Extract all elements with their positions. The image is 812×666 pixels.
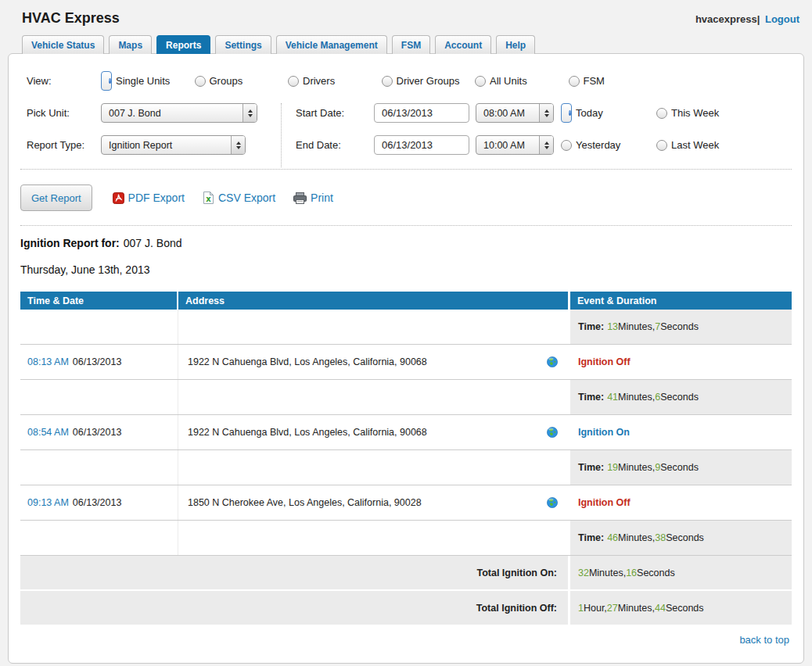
- logout-link[interactable]: Logout: [765, 13, 799, 25]
- event-status: Ignition Off: [578, 497, 631, 508]
- tab-account[interactable]: Account: [435, 35, 491, 54]
- time-date-cell: 08:54 AM06/13/2013: [20, 415, 178, 449]
- get-report-button[interactable]: Get Report: [20, 184, 92, 211]
- select-arrows-icon: [539, 136, 553, 154]
- duration-number: 13: [607, 321, 618, 332]
- radio-range-this-week[interactable]: This Week: [656, 103, 752, 123]
- filter-right-column: Start Date: 08:00 AM TodayThis Week End …: [281, 103, 792, 167]
- radio-view-driver-groups[interactable]: Driver Groups: [382, 71, 476, 91]
- tab-vehicle-management[interactable]: Vehicle Management: [276, 35, 387, 54]
- event-row: 09:13 AM06/13/20131850 N Cherokee Ave, L…: [20, 485, 792, 521]
- print-link[interactable]: Print: [293, 192, 333, 204]
- report-date-heading: Thursday, June 13th, 2013: [20, 263, 792, 276]
- tab-help[interactable]: Help: [496, 35, 535, 54]
- end-time-select[interactable]: 10:00 AM: [476, 135, 554, 155]
- event-cell: Ignition On: [570, 415, 792, 449]
- pdf-export-link[interactable]: PDF Export: [113, 192, 185, 204]
- globe-icon: [546, 426, 559, 439]
- csv-export-label: CSV Export: [218, 192, 275, 204]
- empty-cell: [20, 450, 178, 485]
- radio-icon: [561, 103, 572, 123]
- csv-export-link[interactable]: x CSV Export: [203, 192, 275, 204]
- select-arrows-icon: [231, 136, 245, 154]
- print-label: Print: [311, 192, 333, 204]
- unit-select[interactable]: 007 J. Bond: [101, 103, 257, 123]
- radio-range-last-week-label: Last Week: [671, 139, 719, 151]
- radio-range-today[interactable]: Today: [561, 103, 656, 123]
- radio-view-fsm[interactable]: FSM: [569, 71, 663, 91]
- duration-number: 27: [607, 603, 618, 614]
- top-bar: HVAC Express hvacexpress| Logout: [0, 0, 812, 35]
- map-globe-button[interactable]: [546, 496, 559, 509]
- end-date-input[interactable]: [374, 135, 469, 155]
- app-title: HVAC Express: [22, 10, 120, 27]
- address-text: 1922 N Cahuenga Blvd, Los Angeles, Calif…: [188, 427, 427, 438]
- user-box: hvacexpress| Logout: [695, 13, 799, 25]
- radio-view-single-units[interactable]: Single Units: [101, 71, 195, 91]
- map-globe-button[interactable]: [546, 426, 559, 439]
- back-to-top-row: back to top: [20, 626, 792, 655]
- back-to-top-link[interactable]: back to top: [739, 634, 789, 646]
- radio-icon: [656, 108, 667, 119]
- duration-number: 7: [655, 321, 660, 332]
- duration-row: Time:19 Minutes, 9 Seconds: [20, 450, 792, 485]
- radio-range-yesterday[interactable]: Yesterday: [561, 139, 656, 151]
- event-time-link[interactable]: 09:13 AM: [27, 497, 69, 508]
- duration-label: Time:: [578, 532, 604, 543]
- table-header-row: Time & DateAddressEvent & Duration: [20, 292, 792, 310]
- start-time-select[interactable]: 08:00 AM: [476, 103, 554, 123]
- radio-view-groups[interactable]: Groups: [195, 71, 289, 91]
- map-globe-button[interactable]: [546, 356, 559, 368]
- total-row: Total Ignition On:32 Minutes, 16 Seconds: [20, 556, 792, 591]
- radio-view-groups-label: Groups: [210, 75, 243, 87]
- total-value: 32 Minutes, 16 Seconds: [570, 556, 792, 589]
- radio-icon: [288, 76, 299, 87]
- event-time-link[interactable]: 08:54 AM: [27, 427, 69, 438]
- column-header-time-date: Time & Date: [20, 292, 178, 310]
- empty-cell: [178, 310, 570, 344]
- duration-number: 9: [655, 462, 660, 473]
- radio-icon: [101, 71, 112, 91]
- pdf-icon: [113, 192, 124, 204]
- tab-bar: Vehicle StatusMapsReportsSettingsVehicle…: [8, 35, 804, 54]
- duration-cell: Time:19 Minutes, 9 Seconds: [570, 450, 792, 485]
- column-header-event-duration: Event & Duration: [570, 292, 792, 310]
- event-date: 06/13/2013: [73, 427, 122, 438]
- event-time-link[interactable]: 08:13 AM: [27, 356, 69, 367]
- view-options-group: Single UnitsGroupsDriversDriver GroupsAl…: [101, 71, 662, 91]
- globe-icon: [546, 356, 559, 368]
- duration-cell: Time:13 Minutes, 7 Seconds: [570, 310, 792, 344]
- tab-vehicle-status[interactable]: Vehicle Status: [22, 35, 104, 54]
- report-type-select[interactable]: Ignition Report: [101, 135, 246, 155]
- radio-range-last-week[interactable]: Last Week: [656, 139, 752, 151]
- actions-row: Get Report PDF Export x CSV Export Print: [20, 171, 792, 224]
- event-row: 08:54 AM06/13/20131922 N Cahuenga Blvd, …: [20, 415, 792, 450]
- tab-fsm[interactable]: FSM: [392, 35, 430, 54]
- radio-icon: [475, 76, 486, 87]
- duration-row: Time:13 Minutes, 7 Seconds: [20, 310, 792, 345]
- column-header-address: Address: [178, 292, 570, 310]
- radio-view-drivers[interactable]: Drivers: [288, 71, 382, 91]
- empty-cell: [178, 521, 570, 555]
- radio-range-today-label: Today: [576, 107, 603, 119]
- username-label: hvacexpress|: [695, 13, 760, 25]
- tab-settings[interactable]: Settings: [215, 35, 271, 54]
- event-status: Ignition On: [578, 427, 630, 438]
- start-date-input[interactable]: [374, 103, 469, 123]
- tab-maps[interactable]: Maps: [109, 35, 152, 54]
- end-quick-group: YesterdayLast Week: [561, 139, 752, 151]
- csv-icon: x: [203, 192, 214, 204]
- radio-view-driver-groups-label: Driver Groups: [397, 75, 460, 87]
- event-date: 06/13/2013: [73, 497, 122, 508]
- separator: [20, 169, 792, 170]
- radio-view-single-units-label: Single Units: [116, 75, 170, 87]
- radio-view-fsm-label: FSM: [584, 75, 605, 87]
- radio-icon: [195, 76, 206, 87]
- start-time-select-value: 08:00 AM: [483, 108, 539, 119]
- radio-view-all-units[interactable]: All Units: [475, 71, 569, 91]
- svg-text:x: x: [206, 195, 211, 203]
- radio-icon: [382, 76, 393, 87]
- radio-view-drivers-label: Drivers: [303, 75, 335, 87]
- empty-cell: [20, 521, 178, 555]
- tab-reports[interactable]: Reports: [156, 35, 210, 54]
